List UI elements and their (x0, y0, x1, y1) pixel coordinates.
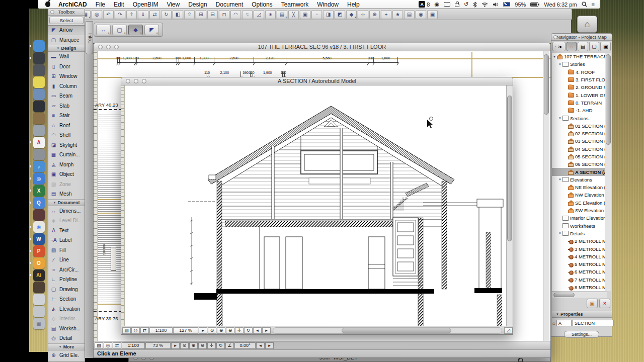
tool-slab[interactable]: ▱Slab (48, 101, 85, 111)
minimize-icon[interactable] (106, 45, 111, 49)
battery-icon[interactable] (530, 1, 539, 8)
layers-dropdown[interactable]: ▾ (285, 16, 287, 19)
dock-adobe-reader[interactable]: A (33, 137, 45, 148)
zoom-box-icon[interactable]: ◎ (104, 342, 112, 349)
multiply-icon[interactable]: ⊞ (196, 10, 206, 19)
menu-view[interactable]: View (167, 1, 180, 8)
tree-item-06-section-a[interactable]: 06 SECTION (A (552, 160, 607, 168)
expander-icon[interactable]: ▼ (558, 117, 562, 120)
marquee-tool[interactable]: ▢▸ (112, 25, 127, 35)
archicad-desktop-icon[interactable]: ⌂ (574, 13, 600, 36)
dock-app-disc[interactable] (33, 64, 45, 76)
zoom-icon[interactable] (142, 79, 146, 83)
renovation-icon[interactable]: ◆▾ (346, 10, 357, 19)
tree-item-107-the-terrace-si[interactable]: ▼107 THE TERRACE SI (552, 53, 607, 60)
nav-tab-view-map[interactable]: ▤ (578, 42, 588, 51)
tool-arrow[interactable]: ◤Arrow (48, 25, 85, 35)
dock-chrome[interactable]: ◉ (33, 221, 45, 233)
close-icon[interactable] (98, 45, 103, 49)
tool-dimens[interactable]: ↔Dimens... (48, 206, 85, 216)
tool-arc-cir[interactable]: ○Arc/Cir... (48, 265, 85, 275)
tree-item-3-first-floor[interactable]: 3. FIRST FLOOR (552, 76, 607, 83)
tree-item-se-elevation-a[interactable]: SE Elevation (A (552, 199, 607, 207)
wifi-icon[interactable] (481, 1, 488, 8)
scrollbar-thumb[interactable] (342, 328, 451, 333)
zoom-field[interactable]: 127 % (173, 327, 198, 334)
tree-item-sw-elevation-a[interactable]: SW Elevation (A (552, 207, 607, 214)
element-settings-dropdown[interactable]: ▾ (89, 16, 90, 19)
zoom-fit-icon[interactable]: ⊙ (208, 327, 216, 334)
undo-icon[interactable]: ↶ (103, 10, 114, 19)
toolbox-tab-select[interactable]: Select (49, 17, 84, 24)
walk-icon[interactable]: ∠ (225, 342, 234, 349)
dock-app-dark[interactable] (33, 52, 45, 64)
tool-curtain[interactable]: ▦Curtain... (48, 150, 85, 160)
zoom-icon[interactable] (114, 45, 119, 49)
pan-hand-icon[interactable]: ✛ (207, 342, 216, 349)
tool-column[interactable]: ▮Column (48, 81, 85, 92)
expand-icon[interactable]: ▸ (171, 342, 180, 349)
tool-mesh[interactable]: ▤Mesh (48, 189, 85, 199)
toolbox-group-design[interactable]: ▼Design (48, 45, 85, 52)
tool-wall[interactable]: ▬Wall (48, 52, 85, 62)
ungroup-icon[interactable]: ▫ (311, 10, 322, 19)
layers-icon[interactable]: ▤▾ (277, 10, 287, 19)
fillet-icon[interactable]: ◠ (230, 10, 241, 19)
tool-stair[interactable]: ≡Stair (48, 111, 85, 121)
tree-horizontal-scrollbar[interactable] (552, 292, 607, 298)
menu-help[interactable]: Help (347, 1, 360, 8)
capture-icon[interactable]: ▣ (427, 10, 438, 19)
scale-field[interactable]: 1:100 (122, 342, 145, 349)
tool-fill[interactable]: ▧Fill (48, 245, 85, 255)
nav-tab-project-chooser[interactable]: ⇨▸ (552, 42, 566, 51)
tree-item-8-metroll-min[interactable]: 8 METROLL MIN (552, 284, 607, 291)
dock-design-app[interactable] (33, 113, 45, 124)
expand-icon[interactable]: ▸ (199, 327, 207, 334)
tree-item-5-metroll-min[interactable]: 5 METROLL MIN (552, 260, 607, 268)
bring-forward-icon[interactable]: ◨ (323, 10, 334, 19)
move-icon[interactable]: ⇄ (149, 10, 160, 19)
toolbox-group-document[interactable]: ▼Document (48, 199, 85, 206)
tree-item-2-metroll-min[interactable]: 2 METROLL MIN (552, 237, 607, 245)
tree-item-01-section-a[interactable]: 01 SECTION (A (552, 122, 607, 130)
dock-stickies[interactable] (33, 76, 45, 88)
zoom-out-icon[interactable]: ⊖ (226, 327, 234, 334)
zoom-in-icon[interactable]: ⊕ (217, 327, 225, 334)
send-backward-icon[interactable]: ◩ (335, 10, 345, 19)
dock-itunes[interactable]: ♪ (33, 161, 45, 172)
tool-beam[interactable]: ▭Beam (48, 91, 85, 101)
coordinates-icon[interactable]: + (381, 10, 391, 19)
nav-tab-publisher[interactable]: ▣ (600, 42, 611, 51)
note-icon[interactable]: ▤ (404, 10, 415, 19)
fill-tool[interactable]: ◆▸ (128, 25, 143, 35)
zoom-fit-icon[interactable]: ⊙ (180, 342, 189, 349)
displays-menu-icon[interactable] (444, 1, 450, 8)
tree-item-interior-elevations[interactable]: Interior Elevations (552, 214, 607, 222)
section-canvas[interactable] (121, 85, 513, 327)
tree-item-elevations[interactable]: ▼Elevations (552, 176, 607, 184)
zoom-in-icon[interactable]: ⊕ (189, 342, 198, 349)
delete-icon[interactable]: × (599, 299, 610, 308)
menu-document[interactable]: Document (216, 1, 244, 8)
dock-app-grey[interactable] (33, 149, 45, 160)
angle-field[interactable]: 0.00° (234, 342, 256, 349)
arrow-tool-dropdown[interactable]: ▸ (156, 31, 158, 34)
explode-icon[interactable]: ∗ (265, 10, 276, 19)
nav-tab-project-map[interactable]: ⌂ (567, 42, 577, 51)
scale-field[interactable]: 1:100 (149, 327, 173, 334)
tree-item-worksheets[interactable]: Worksheets (552, 222, 607, 230)
tree-item-0-terrain[interactable]: 0. TERRAIN (552, 99, 607, 107)
menu-edit[interactable]: Edit (114, 1, 124, 8)
tree-item-ne-elevation-a[interactable]: NE Elevation (A (552, 184, 607, 191)
scrollbar-thumb[interactable] (553, 293, 575, 297)
tool-grid-ele[interactable]: ⊕Grid Ele. (48, 350, 85, 360)
input-flag-au-icon[interactable] (503, 1, 510, 8)
volume-icon[interactable] (493, 1, 499, 8)
resize-icon[interactable]: ◿ (254, 10, 264, 19)
tree-item-05-section-a[interactable]: 05 SECTION (A (552, 153, 607, 160)
tool-skylight[interactable]: ◪Skylight (48, 140, 85, 150)
zoom-out-icon[interactable]: ⊖ (198, 342, 207, 349)
minimize-icon[interactable] (134, 79, 138, 83)
menu-archicad[interactable]: ArchiCAD (58, 1, 87, 8)
vertical-scrollbar[interactable] (506, 85, 513, 327)
